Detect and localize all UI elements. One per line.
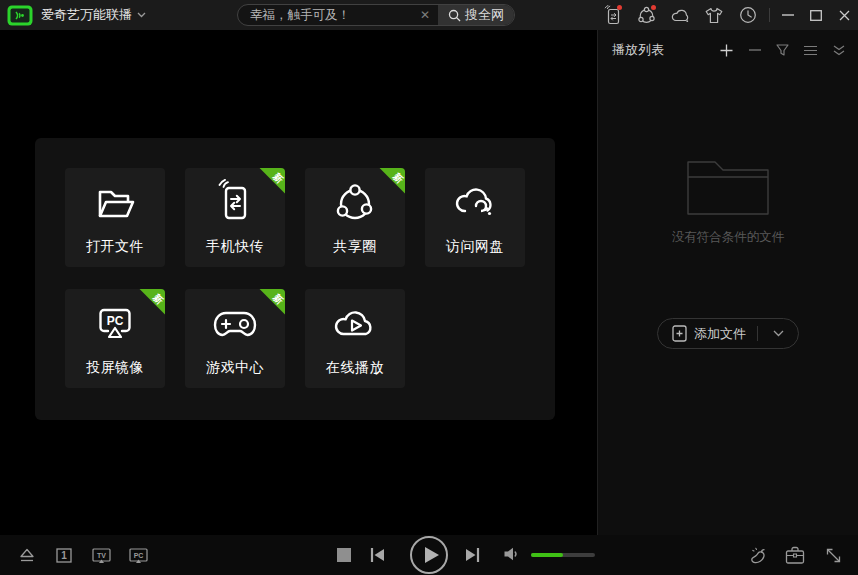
add-file-menu-button[interactable] — [767, 330, 790, 337]
share-circle-button[interactable] — [629, 0, 663, 30]
shortcut-panel: 打开文件 新 手机快传 — [35, 138, 555, 420]
tile-share-circle[interactable]: 新 共享圈 — [305, 168, 405, 267]
next-button[interactable] — [464, 546, 481, 564]
tile-open-file[interactable]: 打开文件 — [65, 168, 165, 267]
chevron-down-icon — [137, 12, 146, 18]
volume-button[interactable] — [503, 546, 519, 562]
clock-icon — [739, 6, 757, 24]
list-mode-button[interactable] — [803, 43, 818, 58]
button-divider — [757, 326, 758, 341]
titlebar: 爱奇艺万能联播 ✕ 搜全网 — [0, 0, 858, 30]
playlist-sidebar: 播放列表 — [597, 30, 858, 535]
cast-to-tv-button[interactable]: TV — [90, 544, 112, 566]
share-circle-icon — [331, 179, 379, 227]
add-file-label: 添加文件 — [694, 325, 746, 343]
tile-online-play[interactable]: 在线播放 — [305, 289, 405, 388]
playlist-title: 播放列表 — [612, 41, 719, 59]
app-window: 爱奇艺万能联播 ✕ 搜全网 — [0, 0, 858, 575]
toolbox-button[interactable] — [784, 544, 806, 566]
add-file-icon — [672, 325, 687, 342]
add-to-playlist-button[interactable] — [719, 43, 734, 58]
pc-text: PC — [133, 551, 143, 558]
tile-label: 投屏镜像 — [86, 359, 144, 377]
expand-icon — [825, 547, 842, 564]
tile-phone-transfer[interactable]: 新 手机快传 — [185, 168, 285, 267]
remove-from-playlist-button[interactable] — [747, 43, 762, 58]
tile-cloud-disk[interactable]: 访问网盘 — [425, 168, 525, 267]
cloud-disk-button[interactable] — [663, 0, 697, 30]
player-bar: 1 TV PC — [0, 535, 858, 575]
search-clear-icon[interactable]: ✕ — [418, 5, 438, 25]
search-icon — [448, 9, 461, 22]
history-button[interactable] — [731, 0, 765, 30]
empty-folder-icon — [687, 155, 769, 215]
play-button[interactable] — [410, 536, 448, 574]
app-title-menu[interactable]: 爱奇艺万能联播 — [41, 6, 146, 24]
close-icon — [839, 10, 850, 21]
ratio-1x-icon: 1 — [56, 548, 72, 563]
tile-label: 访问网盘 — [446, 238, 504, 256]
ratio-text: 1 — [61, 550, 67, 561]
playlist-empty-state: 没有符合条件的文件 — [598, 155, 858, 246]
pepper-icon — [748, 546, 767, 565]
search-button[interactable]: 搜全网 — [438, 5, 514, 25]
tile-label: 游戏中心 — [206, 359, 264, 377]
notification-dot — [651, 5, 656, 10]
aspect-ratio-button[interactable]: 1 — [53, 544, 75, 566]
play-icon — [425, 547, 439, 563]
tile-label: 在线播放 — [326, 359, 384, 377]
search-box: ✕ 搜全网 — [237, 4, 515, 26]
skin-button[interactable] — [697, 0, 731, 30]
titlebar-actions — [595, 0, 858, 30]
minimize-button[interactable] — [774, 0, 802, 30]
close-button[interactable] — [830, 0, 858, 30]
empty-text: 没有符合条件的文件 — [598, 229, 858, 246]
tile-game-center[interactable]: 新 游戏中心 — [185, 289, 285, 388]
search-input[interactable] — [238, 8, 418, 22]
filter-button[interactable] — [775, 43, 790, 58]
player-bar-right — [746, 535, 844, 575]
pc-mirror-button[interactable]: PC — [127, 544, 149, 566]
previous-icon — [369, 546, 386, 564]
tile-label: 共享圈 — [333, 238, 377, 256]
next-icon — [464, 546, 481, 564]
chevron-down-icon — [773, 330, 784, 337]
playlist-tools — [719, 43, 846, 58]
shortcut-tiles: 打开文件 新 手机快传 — [65, 168, 525, 388]
minus-icon — [749, 49, 761, 51]
stop-button[interactable] — [337, 548, 351, 562]
open-disc-button[interactable] — [16, 544, 38, 566]
fullscreen-button[interactable] — [822, 544, 844, 566]
cloud-icon — [671, 8, 690, 23]
cloud-play-icon — [331, 300, 379, 348]
collapse-playlist-button[interactable] — [831, 43, 846, 58]
filter-icon — [776, 44, 789, 57]
player-bar-left: 1 TV PC — [16, 535, 149, 575]
tshirt-icon — [705, 7, 723, 24]
titlebar-divider — [769, 8, 770, 22]
add-file-button[interactable]: 添加文件 — [657, 318, 799, 349]
previous-button[interactable] — [369, 546, 386, 564]
tv-text: TV — [97, 551, 106, 558]
eject-icon — [18, 547, 36, 563]
main-area: 打开文件 新 手机快传 — [0, 30, 597, 535]
cloud-disk-icon — [451, 179, 499, 227]
playlist-header: 播放列表 — [598, 30, 858, 59]
phone-transfer-button[interactable] — [595, 0, 629, 30]
tile-label: 手机快传 — [206, 238, 264, 256]
folder-open-icon — [91, 179, 139, 227]
tile-screen-mirror[interactable]: 新 PC 投屏镜像 — [65, 289, 165, 388]
pc-cast-icon: PC — [129, 547, 148, 564]
speaker-icon — [503, 546, 519, 562]
pc-mirror-icon: PC — [91, 300, 139, 348]
plus-icon — [720, 44, 733, 57]
pc-text: PC — [107, 314, 124, 328]
volume-slider[interactable] — [531, 553, 595, 557]
maximize-button[interactable] — [802, 0, 830, 30]
tv-cast-icon: TV — [92, 547, 111, 564]
pepper-button[interactable] — [746, 544, 768, 566]
double-chevron-down-icon — [833, 45, 845, 56]
app-logo-icon — [7, 5, 33, 26]
phone-transfer-icon — [211, 179, 259, 227]
notification-dot — [617, 5, 622, 10]
